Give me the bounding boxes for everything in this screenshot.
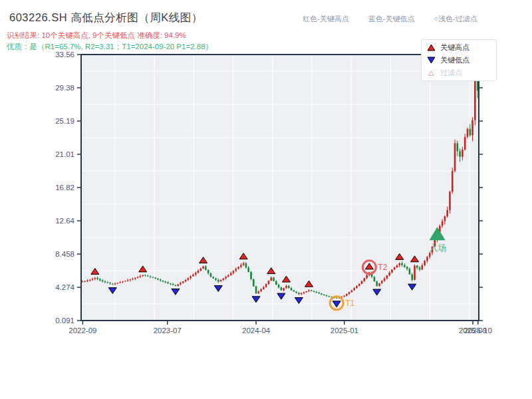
candle-body — [260, 289, 262, 291]
candle-body — [305, 291, 307, 292]
candle-body — [112, 283, 114, 284]
y-tick-label: 16.82 — [55, 184, 74, 192]
candle-body — [164, 281, 166, 282]
candle-body — [150, 277, 152, 277]
result-line: 识别结果: 10个关键高点, 9个关键低点 准确度: 94.9% — [7, 31, 186, 41]
candle-body — [157, 279, 159, 279]
candle-body — [298, 293, 300, 294]
candle-body — [212, 277, 214, 278]
candle-body — [388, 273, 390, 275]
candle-body — [247, 267, 249, 272]
candle-body — [255, 287, 257, 294]
candle-body — [84, 281, 86, 282]
legend-box: 关键高点 关键低点 过滤点 — [421, 39, 497, 81]
candle-body — [99, 279, 101, 281]
candle-body — [386, 275, 388, 278]
candle-body — [265, 284, 267, 287]
candle-body — [144, 275, 146, 276]
y-tick-label: 0.091 — [55, 317, 74, 325]
legend-item-key-low[interactable]: 关键低点 — [422, 54, 496, 66]
candle-body — [411, 275, 413, 280]
candle-body — [321, 293, 323, 294]
candle-body — [220, 280, 222, 281]
candle-body — [303, 292, 305, 293]
candle-body — [227, 275, 229, 277]
candle-body — [172, 284, 174, 285]
candle-body — [416, 265, 418, 267]
candle-body — [233, 271, 235, 273]
candle-body — [361, 281, 363, 284]
candle-body — [198, 271, 200, 273]
candle-body — [109, 283, 111, 283]
key-high-icon — [427, 44, 436, 51]
key-low-icon — [427, 57, 436, 64]
candle-body — [444, 216, 446, 221]
candle-body — [160, 279, 162, 280]
candle-body — [127, 280, 129, 281]
y-tick-label: 25.19 — [55, 117, 74, 125]
candle-body — [293, 290, 295, 291]
candle-body — [119, 282, 121, 283]
candle-body — [202, 267, 204, 269]
candle-body — [132, 279, 134, 279]
legend-item-filtered[interactable]: 过滤点 — [422, 66, 496, 79]
candle-body — [152, 277, 154, 277]
candle-body — [170, 283, 172, 284]
candle-body — [288, 286, 290, 288]
quality-line: 优质：是（R1=65.7%, R2=3.31；T1=2024-09-20 P1=… — [7, 42, 213, 52]
candle-body — [409, 269, 411, 274]
candle-body — [273, 277, 275, 281]
candle-body — [96, 278, 98, 279]
candle-body — [210, 273, 212, 277]
t1-label: T1 — [345, 299, 354, 308]
candle-body — [471, 120, 473, 136]
candle-body — [346, 294, 348, 296]
candle-body — [217, 280, 219, 281]
page-title: 603226.SH 高低点分析图（周K线图） — [9, 11, 203, 25]
candle-body — [401, 263, 403, 265]
candle-body — [353, 288, 355, 290]
candle-body — [454, 143, 456, 171]
candle-body — [86, 281, 88, 281]
candle-body — [190, 277, 192, 279]
candle-body — [419, 267, 421, 269]
candle-body — [102, 281, 104, 282]
candle-body — [329, 296, 331, 297]
candle-body — [384, 279, 386, 281]
candle-body — [147, 276, 149, 277]
candle-body — [356, 286, 358, 288]
candle-body — [308, 290, 310, 291]
candle-body — [358, 284, 360, 286]
candle-body — [175, 285, 177, 286]
candle-body — [154, 277, 156, 278]
candle-body — [94, 278, 96, 279]
candle-body — [398, 263, 400, 265]
candle-body — [192, 275, 194, 277]
candle-body — [323, 295, 325, 295]
legend-item-key-high[interactable]: 关键高点 — [422, 41, 496, 54]
y-tick-label: 12.64 — [55, 217, 74, 225]
y-tick-label: 21.01 — [55, 150, 74, 158]
candle-body — [270, 277, 272, 281]
candle-body — [376, 281, 378, 286]
legend-item-label: 过滤点 — [440, 68, 462, 78]
candle-body — [225, 277, 227, 278]
candle-body — [378, 283, 380, 286]
candle-body — [452, 171, 454, 192]
candle-body — [250, 272, 252, 279]
candle-body — [253, 279, 255, 287]
candle-body — [263, 287, 265, 289]
candle-body — [449, 192, 451, 209]
candle-body — [414, 265, 416, 280]
candle-body — [394, 267, 396, 269]
candle-body — [391, 269, 393, 272]
candle-body — [237, 267, 239, 269]
y-tick-label: 8.458 — [55, 250, 74, 258]
candle-body — [140, 276, 142, 277]
candle-body — [464, 137, 466, 150]
y-tick-label: 29.38 — [55, 84, 74, 92]
header-legend: 红色-关键高点 蓝色-关键低点 ○浅色-过滤点 — [303, 14, 477, 24]
candle-body — [301, 293, 303, 294]
candle-body — [223, 279, 225, 280]
t2-label: T2 — [378, 263, 387, 272]
